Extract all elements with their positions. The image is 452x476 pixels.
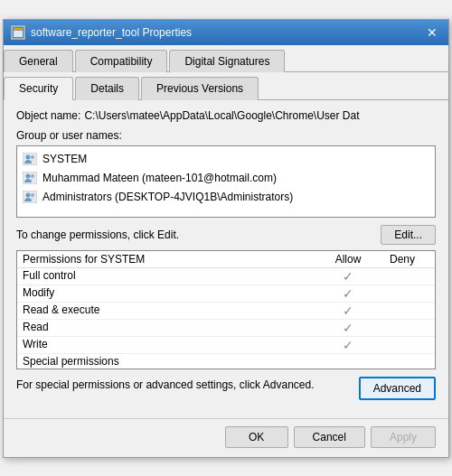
svg-point-4 — [26, 155, 31, 160]
tabs-row-1: General Compatibility Digital Signatures — [4, 45, 448, 72]
group-label: Group or user names: — [16, 129, 436, 142]
perm-row-read-execute: Read & execute ✓ — [17, 303, 435, 320]
title-bar: software_reporter_tool Properties ✕ — [4, 20, 448, 45]
svg-point-7 — [26, 174, 31, 179]
perm-row-special: Special permissions — [17, 354, 435, 369]
users-list[interactable]: SYSTEM Muhammad Mateen (mateen-101@hotma… — [16, 145, 436, 218]
advanced-text: For special permissions or advanced sett… — [16, 377, 350, 393]
perm-header-label: Permissions for SYSTEM — [23, 253, 321, 266]
perm-allow-header: Allow — [321, 253, 375, 266]
object-label: Object name: — [16, 109, 80, 122]
perm-name-modify: Modify — [23, 286, 321, 301]
user-name-2: Muhammad Mateen (mateen-101@hotmail.com) — [42, 170, 277, 187]
advanced-button[interactable]: Advanced — [359, 377, 436, 400]
perm-name-read-execute: Read & execute — [23, 303, 321, 318]
perm-row-write: Write ✓ — [17, 337, 435, 354]
tab-previous-versions[interactable]: Previous Versions — [141, 77, 259, 100]
object-value: C:\Users\matee\AppData\Local\Google\Chro… — [84, 109, 359, 122]
perm-name-special: Special permissions — [23, 355, 321, 368]
user-name-1: SYSTEM — [42, 151, 87, 168]
cancel-button[interactable]: Cancel — [294, 426, 365, 448]
window-icon — [11, 25, 25, 40]
user-icon-2 — [23, 172, 37, 184]
svg-point-11 — [31, 193, 34, 197]
permissions-table: Permissions for SYSTEM Allow Deny Full c… — [16, 250, 436, 369]
perm-allow-special — [321, 355, 375, 368]
perm-header-row: Permissions for SYSTEM Allow Deny — [17, 251, 435, 268]
apply-button[interactable]: Apply — [371, 426, 436, 448]
window-title: software_reporter_tool Properties — [31, 26, 192, 39]
tab-security[interactable]: Security — [4, 77, 73, 100]
change-text: To change permissions, click Edit. — [16, 229, 179, 241]
perm-allow-modify: ✓ — [321, 286, 375, 301]
tabs-row-2: Security Details Previous Versions — [4, 72, 448, 100]
perm-allow-write: ✓ — [321, 338, 375, 352]
perm-deny-full-control — [375, 269, 429, 284]
properties-window: software_reporter_tool Properties ✕ Gene… — [3, 19, 449, 458]
perm-allow-read-execute: ✓ — [321, 303, 375, 318]
user-icon-3 — [23, 191, 37, 203]
tab-details[interactable]: Details — [75, 77, 139, 100]
perm-name-full-control: Full control — [23, 269, 321, 284]
perm-row-modify: Modify ✓ — [17, 285, 435, 303]
tab-general[interactable]: General — [4, 50, 73, 72]
svg-rect-2 — [14, 28, 23, 31]
object-name-row: Object name: C:\Users\matee\AppData\Loca… — [16, 109, 436, 122]
edit-button[interactable]: Edit... — [381, 225, 436, 245]
svg-rect-1 — [14, 31, 23, 37]
svg-point-5 — [31, 155, 34, 159]
list-item: Muhammad Mateen (mateen-101@hotmail.com) — [21, 169, 431, 188]
perm-row-full-control: Full control ✓ — [17, 268, 435, 285]
perm-deny-modify — [375, 286, 429, 301]
perm-name-write: Write — [23, 338, 321, 352]
perm-deny-read — [375, 321, 429, 335]
perm-row-read: Read ✓ — [17, 320, 435, 337]
user-name-3: Administrators (DESKTOP-4JVIQ1B\Administ… — [42, 189, 293, 206]
perm-deny-special — [375, 355, 429, 368]
list-item: Administrators (DESKTOP-4JVIQ1B\Administ… — [21, 188, 431, 207]
close-button[interactable]: ✕ — [423, 23, 441, 42]
tab-compatibility[interactable]: Compatibility — [75, 50, 168, 72]
perm-deny-read-execute — [375, 303, 429, 318]
title-bar-left: software_reporter_tool Properties — [11, 25, 192, 40]
perm-allow-full-control: ✓ — [321, 269, 375, 284]
svg-point-8 — [31, 174, 34, 178]
perm-name-read: Read — [23, 321, 321, 335]
svg-point-10 — [26, 193, 31, 198]
bottom-buttons: OK Cancel Apply — [4, 418, 448, 457]
tab-digital-signatures[interactable]: Digital Signatures — [169, 50, 285, 72]
perm-deny-header: Deny — [375, 253, 429, 266]
perm-allow-read: ✓ — [321, 321, 375, 335]
advanced-row: For special permissions or advanced sett… — [16, 377, 436, 400]
user-icon-1 — [23, 153, 37, 165]
ok-button[interactable]: OK — [225, 426, 288, 448]
perm-deny-write — [375, 338, 429, 352]
edit-row: To change permissions, click Edit. Edit.… — [16, 225, 436, 245]
content-area: Object name: C:\Users\matee\AppData\Loca… — [4, 100, 448, 418]
list-item: SYSTEM — [21, 150, 431, 169]
